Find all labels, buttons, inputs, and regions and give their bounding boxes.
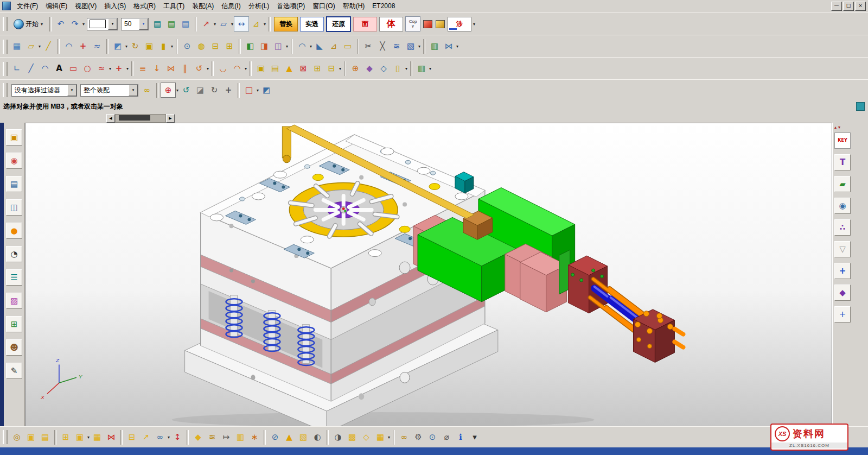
layer-category-icon[interactable]: ▤ [178, 17, 193, 31]
start-button[interactable]: 开始 ▾ [10, 17, 47, 31]
pad-icon[interactable]: ⊞ [222, 40, 237, 54]
vector-icon-dropdown[interactable]: ▾ [214, 22, 216, 27]
restore-view-button[interactable]: 还原 [326, 16, 351, 32]
helix-icon[interactable]: ↺ [192, 62, 206, 76]
part-navigator-icon[interactable]: ▤ [6, 176, 22, 192]
assembly-constraints-icon[interactable]: ∞ [153, 430, 167, 444]
menu-assemblies[interactable]: 装配(A) [188, 1, 218, 12]
menu-insert[interactable]: 插入(S) [100, 1, 130, 12]
system-materials-icon[interactable]: ☰ [6, 269, 22, 286]
selection-scope-arrow[interactable]: ▾ [129, 85, 138, 96]
bridge-curve-icon[interactable]: ◡ [216, 62, 230, 76]
edge-blend-icon[interactable]: ◠ [295, 40, 309, 54]
sketch-icon[interactable]: ◠ [62, 40, 76, 54]
mirror-assembly-icon[interactable]: ⋈ [104, 430, 118, 444]
rectangle-icon[interactable]: ▭ [66, 62, 80, 76]
selection-filter-arrow[interactable]: ▾ [67, 85, 76, 96]
patch-icon[interactable]: ▧ [404, 40, 418, 54]
ellipse-icon[interactable]: ○ [80, 62, 94, 76]
new-component-icon-dropdown[interactable]: ▾ [87, 435, 90, 440]
patch-icon-dropdown[interactable]: ▾ [418, 44, 420, 49]
spheres-icon[interactable]: ◉ [834, 198, 851, 214]
hole-icon[interactable]: ⊙ [180, 40, 194, 54]
plus-icon[interactable]: + [834, 263, 851, 279]
reference-sets-icon[interactable]: ▧ [296, 430, 310, 444]
draft-icon[interactable]: ⊿ [327, 40, 341, 54]
interference-check-icon[interactable]: ▲ [282, 430, 296, 444]
pattern-component-icon[interactable]: ▦ [90, 430, 104, 444]
line-icon[interactable]: ╱ [24, 62, 38, 76]
locating-pin-yellow[interactable] [429, 184, 440, 190]
shaded-tool-icon[interactable]: ◪ [193, 83, 207, 97]
replace-face-icon[interactable]: ⊞ [310, 62, 324, 76]
helix-icon-dropdown[interactable]: ▾ [207, 66, 209, 71]
distance-icon[interactable]: ↔ [234, 16, 249, 31]
intersection-curve-icon[interactable]: ⋈ [164, 62, 178, 76]
menu-preferences[interactable]: 首选项(P) [273, 1, 309, 12]
revolve-icon[interactable]: ↻ [128, 40, 142, 54]
reuse-library-icon[interactable]: ◫ [6, 199, 22, 216]
angle-icon[interactable]: ⊿ [249, 17, 263, 31]
scroll-track[interactable] [115, 114, 166, 123]
show-hide-component-icon[interactable]: ◑ [331, 430, 345, 444]
spreadsheet-icon[interactable]: ⊞ [6, 316, 22, 332]
locating-pin-yellow[interactable] [399, 226, 410, 232]
menu-information[interactable]: 信息(I) [218, 1, 244, 12]
component-properties-icon[interactable]: ▤ [38, 430, 52, 444]
orbit-icon[interactable]: ↻ [207, 83, 221, 97]
studio-spline-icon-dropdown[interactable]: ▾ [109, 66, 111, 71]
new-component-icon[interactable]: ▣ [73, 430, 87, 444]
template-icon[interactable]: T [834, 154, 851, 170]
body-button[interactable]: 体 [379, 17, 403, 31]
move-object-icon[interactable]: ▣ [254, 62, 268, 76]
key-help-icon[interactable]: KEY [834, 132, 851, 149]
toolbar-grip[interactable] [3, 83, 8, 97]
capsule-icon[interactable]: ▰ [834, 176, 851, 192]
pattern-geometry-icon[interactable]: ▤ [268, 62, 282, 76]
scroll-left-button[interactable]: ◀ [106, 114, 115, 123]
plane-icon-dropdown[interactable]: ▾ [231, 22, 233, 27]
cylinder-icon-dropdown[interactable]: ▾ [171, 44, 173, 49]
selection-filter-dropdown[interactable]: 没有选择过滤器 ▾ [11, 84, 77, 97]
cylinder-end-block[interactable] [633, 309, 683, 363]
chamfer-icon[interactable]: ◣ [312, 40, 327, 54]
suppress-component-icon[interactable]: ⊟ [125, 430, 139, 444]
sequence-icon[interactable]: ↦ [219, 430, 233, 444]
scale-spinner-arrow[interactable]: ▾ [139, 18, 148, 30]
redo-icon-dropdown[interactable]: ▾ [82, 22, 85, 27]
dialog-rail-icon[interactable] [856, 102, 865, 111]
snap-point-icon-dropdown[interactable]: ▾ [176, 88, 178, 93]
component-groups-icon[interactable]: ▩ [345, 430, 359, 444]
intersect-icon-dropdown[interactable]: ▾ [286, 44, 288, 49]
offset-face-icon-dropdown[interactable]: ▾ [339, 66, 341, 71]
i-form-icon[interactable]: ◆ [362, 62, 376, 76]
product-outline-icon[interactable]: ⊙ [425, 430, 439, 444]
menu-format[interactable]: 格式(R) [130, 1, 159, 12]
spline-icon[interactable]: ≈ [90, 40, 104, 54]
assembly-navigator-icon[interactable]: ▣ [6, 129, 22, 146]
view-style-dropdown-arrow[interactable]: ▾ [108, 18, 117, 30]
exploded-views-icon[interactable]: ∗ [247, 430, 261, 444]
point-set-icon-dropdown[interactable]: ▾ [126, 66, 129, 71]
boss-icon[interactable]: ◍ [194, 40, 208, 54]
menu-tools[interactable]: 工具(T) [159, 1, 188, 12]
toolbar-grip[interactable] [3, 40, 8, 54]
menu-analysis[interactable]: 分析(L) [245, 1, 273, 12]
intersect-icon[interactable]: ◫ [271, 40, 285, 54]
instance-feature-icon[interactable]: ▥ [427, 40, 442, 54]
point-set-icon[interactable]: + [112, 62, 126, 76]
delete-face-icon[interactable]: ⊠ [296, 62, 310, 76]
copy-geometry-icon-dropdown[interactable]: ▾ [405, 66, 407, 71]
subtract-icon[interactable]: ◨ [257, 40, 271, 54]
add-component-icon[interactable]: ⊞ [59, 430, 73, 444]
replace-button[interactable]: 替换 [274, 17, 298, 31]
unite-icon[interactable]: ◧ [243, 40, 257, 54]
edit-arrangement-icon-dropdown[interactable]: ▾ [388, 435, 390, 440]
profile-icon[interactable]: ∟ [10, 62, 24, 76]
assembly-constraints-icon-dropdown[interactable]: ▾ [168, 435, 170, 440]
clearance-analysis-icon[interactable]: ⊘ [268, 430, 282, 444]
datum-plane-icon-dropdown[interactable]: ▾ [39, 44, 41, 49]
offset-curve-icon[interactable]: ≡ [136, 62, 150, 76]
undo-icon[interactable]: ↶ [54, 17, 68, 31]
pocket-icon[interactable]: ⊟ [208, 40, 222, 54]
